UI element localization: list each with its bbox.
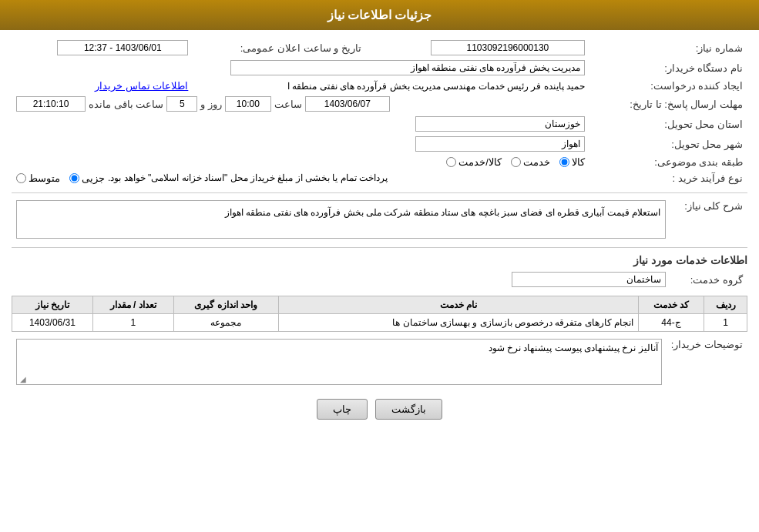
col-unit: واحد اندازه گیری (173, 296, 278, 314)
back-button[interactable]: بازگشت (375, 399, 442, 420)
etelaat-tamas-cell: اطلاعات تماس خریدار (12, 78, 193, 94)
shomare-niaz-label: شماره نیاز: (589, 38, 747, 58)
radio-kala-khedmat[interactable]: کالا/خدمت (446, 156, 502, 168)
sharh-value-cell: استعلام قیمت آبیاری قطره ای فضای سبز باغ… (12, 198, 670, 241)
rooz-label: روز و (200, 99, 222, 110)
sharh-text: استعلام قیمت آبیاری قطره ای فضای سبز باغ… (225, 207, 660, 218)
jozii-label: جزیی (82, 172, 105, 184)
tarikh-sanat-value (12, 38, 193, 58)
col-name: نام خدمت (278, 296, 638, 314)
page-header: جزئیات اطلاعات نیاز (0, 0, 759, 30)
sharh-description: استعلام قیمت آبیاری قطره ای فضای سبز باغ… (16, 200, 666, 239)
col-radif: ردیف (704, 296, 747, 314)
cell-radif: 1 (704, 314, 747, 332)
col-count: تعداد / مقدار (92, 296, 173, 314)
saat-input[interactable] (225, 96, 271, 112)
etelaat-tamas-link[interactable]: اطلاعات تماس خریدار (95, 80, 188, 92)
col-code: کد خدمت (638, 296, 704, 314)
buttons-row: بازگشت چاپ (12, 399, 747, 420)
cell-unit: مجموعه (173, 314, 278, 332)
shomare-niaz-input[interactable] (431, 40, 585, 55)
tabaghebandi-label: طبقه بندی موضوعی: (589, 154, 747, 170)
divider-2 (12, 247, 747, 248)
mohlat-ersal-row: ساعت باقی مانده روز و ساعت (12, 94, 589, 114)
cell-count: 1 (92, 314, 173, 332)
radio-kala[interactable]: کالا (559, 156, 585, 168)
ostan-label: استان محل تحویل: (589, 114, 747, 134)
ijad-konande-value: حمید پاینده فر رئیس خدمات مهندسی مدیریت … (193, 78, 589, 94)
ijad-konande-label: ایجاد کننده درخواست: (589, 78, 747, 94)
radio-motavasset-input[interactable] (16, 173, 26, 183)
radio-jozii[interactable]: جزیی (69, 172, 105, 184)
tawsiyat-label: توضیحات خریدار: (667, 336, 747, 387)
services-table: ردیف کد خدمت نام خدمت واحد اندازه گیری ت… (12, 296, 747, 332)
kala-khedmat-label: کالا/خدمت (458, 156, 502, 168)
nooe-farayand-row: متوسط جزیی پرداخت تمام یا بخشی از مبلغ خ… (12, 170, 589, 186)
sharh-label: شرح کلی نیاز: (670, 198, 747, 241)
gorohe-khedmat-value-cell (12, 269, 670, 289)
page-title: جزئیات اطلاعات نیاز (327, 8, 432, 22)
shahr-input[interactable] (415, 136, 585, 152)
col-date: تاریخ نیاز (12, 296, 93, 314)
table-row: 1 ج-44 انجام کارهای متفرقه درخصوص بازساز… (12, 314, 747, 332)
shomare-niaz-value (377, 38, 589, 58)
name-dastgah-input[interactable] (230, 60, 585, 75)
name-dastgah-label: نام دستگاه خریدار: (589, 58, 747, 78)
saat-label: ساعت (274, 99, 302, 110)
motavasset-label: متوسط (29, 172, 60, 184)
radio-khedmat-input[interactable] (511, 157, 521, 167)
shahr-value (12, 134, 589, 154)
tarikh-sanat-input[interactable] (57, 40, 188, 55)
radio-kala-input[interactable] (559, 157, 569, 167)
radio-jozii-input[interactable] (69, 173, 79, 183)
radio-khedmat[interactable]: خدمت (511, 156, 550, 168)
kala-label: کالا (572, 156, 585, 168)
divider-1 (12, 192, 747, 193)
mohlat-ersal-label: مهلت ارسال پاسخ: تا تاریخ: (589, 94, 747, 114)
baqi-label: ساعت باقی مانده (89, 99, 163, 110)
tawsiyat-text: آنالیز نرخ پیشنهادی پیوست پیشنهاد نرخ شو… (20, 343, 658, 353)
name-dastgah-value (12, 58, 589, 78)
baqi-input[interactable] (16, 96, 86, 112)
print-button[interactable]: چاپ (317, 399, 368, 420)
radio-motavasset[interactable]: متوسط (16, 172, 60, 184)
ostan-value (12, 114, 589, 134)
radio-kala-khedmat-input[interactable] (446, 157, 456, 167)
resize-handle: ◢ (18, 375, 26, 383)
nooe-farayand-label: نوع فرآیند خرید : (589, 170, 747, 186)
farayand-description: پرداخت تمام یا بخشی از مبلغ خریداز محل "… (108, 172, 388, 183)
khadamat-section-title: اطلاعات خدمات مورد نیاز (12, 254, 747, 266)
khedmat-label: خدمت (523, 156, 550, 168)
shahr-label: شهر محل تحویل: (589, 134, 747, 154)
cell-name: انجام کارهای متفرقه درخصوص بازسازی و بهس… (278, 314, 638, 332)
tabaghebandi-row: کالا/خدمت خدمت کالا (12, 154, 589, 170)
cell-date: 1403/06/31 (12, 314, 93, 332)
tarikh-sanat-label: تاریخ و ساعت اعلان عمومی: (193, 38, 376, 58)
ostan-input[interactable] (415, 116, 585, 132)
gorohe-khedmat-label: گروه خدمت: (670, 269, 747, 289)
cell-code: ج-44 (638, 314, 704, 332)
tawsiyat-value-cell: آنالیز نرخ پیشنهادی پیوست پیشنهاد نرخ شو… (12, 336, 667, 387)
gorohe-khedmat-input[interactable] (512, 272, 666, 287)
date-input[interactable] (305, 96, 390, 112)
rooz-input[interactable] (166, 96, 197, 112)
tawsiyat-box: آنالیز نرخ پیشنهادی پیوست پیشنهاد نرخ شو… (16, 339, 662, 385)
